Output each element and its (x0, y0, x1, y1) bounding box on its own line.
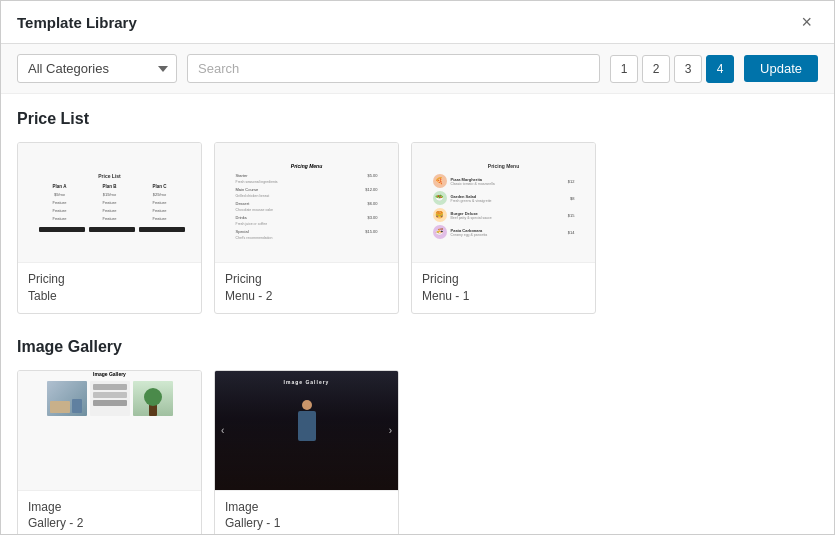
toolbar: All Categories 1 2 3 4 Update (1, 44, 834, 94)
page-1-button[interactable]: 1 (610, 55, 638, 83)
page-4-button[interactable]: 4 (706, 55, 734, 83)
pagination: 1 2 3 4 (610, 55, 734, 83)
template-card-image-gallery-2[interactable]: Image Gallery (17, 370, 202, 534)
pricing-menu2-thumbnail: Pricing Menu Starter$5.00 Fresh seasonal… (232, 163, 382, 243)
template-card-image-gallery-1[interactable]: Image Gallery ‹ › Image Gallery - 1 (214, 370, 399, 534)
template-card-pricing-menu-1[interactable]: Pricing Menu 🍕 Pizza Margherita Classic … (411, 142, 596, 314)
pricing-table-label: Pricing Table (18, 263, 201, 313)
page-3-button[interactable]: 3 (674, 55, 702, 83)
pricing-menu1-thumbnail: Pricing Menu 🍕 Pizza Margherita Classic … (429, 163, 579, 242)
pricing-menu-1-label: Pricing Menu - 1 (412, 263, 595, 313)
close-button[interactable]: × (795, 11, 818, 33)
image-gallery-section-title: Image Gallery (17, 338, 818, 356)
price-list-section-title: Price List (17, 110, 818, 128)
template-card-pricing-menu-2[interactable]: Pricing Menu Starter$5.00 Fresh seasonal… (214, 142, 399, 314)
pricing-table-thumbnail: Price List Plan A Plan B Plan C $9/mo $1… (35, 173, 185, 233)
modal-header: Template Library × (1, 1, 834, 44)
update-button[interactable]: Update (744, 55, 818, 82)
image-gallery-1-label: Image Gallery - 1 (215, 491, 398, 534)
template-library-modal: Template Library × All Categories 1 2 3 … (0, 0, 835, 535)
content-area: Price List Price List Plan A Plan B Plan… (1, 94, 834, 534)
gallery1-thumbnail: Image Gallery ‹ › (215, 371, 398, 490)
template-card-pricing-table[interactable]: Price List Plan A Plan B Plan C $9/mo $1… (17, 142, 202, 314)
price-list-grid: Price List Plan A Plan B Plan C $9/mo $1… (17, 142, 818, 314)
image-gallery-2-preview: Image Gallery (18, 371, 201, 491)
pricing-menu-2-preview: Pricing Menu Starter$5.00 Fresh seasonal… (215, 143, 398, 263)
pricing-menu-2-label: Pricing Menu - 2 (215, 263, 398, 313)
image-gallery-1-preview: Image Gallery ‹ › (215, 371, 398, 491)
pricing-table-preview: Price List Plan A Plan B Plan C $9/mo $1… (18, 143, 201, 263)
category-select[interactable]: All Categories (17, 54, 177, 83)
image-gallery-grid: Image Gallery (17, 370, 818, 534)
search-input[interactable] (187, 54, 600, 83)
gallery2-thumbnail: Image Gallery (35, 371, 185, 490)
modal-title: Template Library (17, 14, 137, 31)
image-gallery-2-label: Image Gallery - 2 (18, 491, 201, 534)
page-2-button[interactable]: 2 (642, 55, 670, 83)
pricing-menu-1-preview: Pricing Menu 🍕 Pizza Margherita Classic … (412, 143, 595, 263)
